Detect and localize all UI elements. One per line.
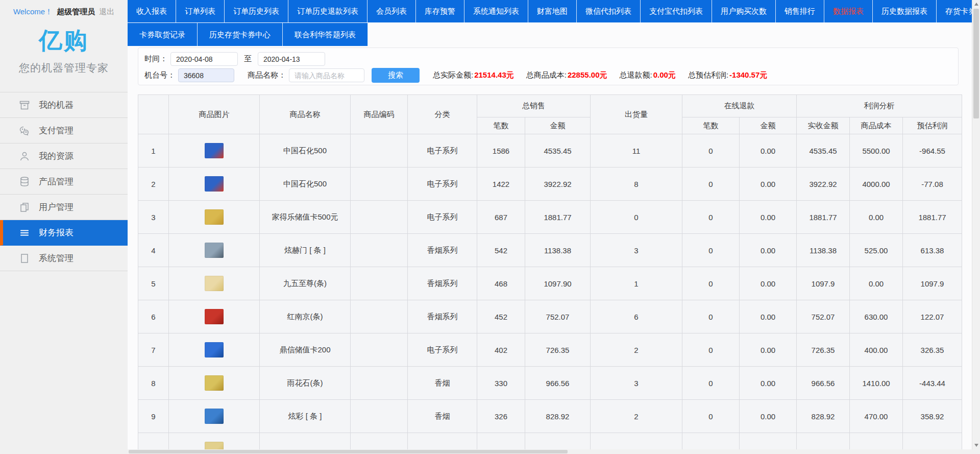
machine-icon (18, 99, 31, 111)
cell-name: 中国石化500 (260, 168, 351, 201)
nav-tab-5[interactable]: 库存预警 (416, 0, 464, 22)
machine-number-input[interactable] (178, 68, 234, 82)
logout-link[interactable]: 退出 (99, 7, 114, 16)
col-header-category: 分类 (408, 95, 477, 134)
cell-sales_amount: 828.92 (525, 400, 591, 433)
product-image (205, 375, 224, 391)
subnav-tab-2[interactable]: 联合利华答题列表 (283, 23, 368, 46)
top-navigation: 收入报表订单列表订单历史列表订单历史退款列表会员列表库存预警系统通知列表财富地图… (128, 0, 972, 46)
nav-tab-8[interactable]: 微信代扣列表 (577, 0, 641, 22)
cell-sales_amount (525, 433, 591, 450)
primary-tabs: 收入报表订单列表订单历史列表订单历史退款列表会员列表库存预警系统通知列表财富地图… (128, 0, 980, 22)
cell-cost (850, 433, 903, 450)
cell-refund_amount: 0.00 (740, 234, 797, 267)
nav-tab-4[interactable]: 会员列表 (368, 0, 416, 22)
cell-profit: 358.92 (903, 400, 962, 433)
sidebar-item-1[interactable]: 支付管理 (0, 118, 128, 144)
cell-cost: 470.00 (850, 400, 903, 433)
cell-sales_amount: 1881.77 (525, 201, 591, 234)
cell-profit: 326.35 (903, 333, 962, 367)
nav-tab-1[interactable]: 订单列表 (176, 0, 225, 22)
sidebar-item-4[interactable]: 用户管理 (0, 195, 128, 220)
cell-received: 752.07 (797, 300, 850, 333)
sidebar-item-6[interactable]: 系统管理 (0, 246, 128, 271)
cell-code (351, 333, 408, 367)
subnav-tab-1[interactable]: 历史存货卡券中心 (198, 23, 283, 46)
cell-code (351, 201, 408, 234)
vertical-scrollbar[interactable] (972, 0, 980, 449)
horizontal-scrollbar[interactable] (128, 449, 972, 454)
nav-tab-11[interactable]: 销售排行 (776, 0, 824, 22)
horizontal-scroll-thumb[interactable] (129, 450, 568, 453)
nav-tab-7[interactable]: 财富地图 (528, 0, 577, 22)
scroll-up-button[interactable] (972, 0, 980, 8)
sidebar-item-label: 我的机器 (39, 99, 74, 111)
cell-sales_count: 687 (477, 201, 525, 234)
cell-refund_count: 0 (682, 201, 740, 234)
cell-refund_count: 0 (682, 367, 740, 400)
table-row: 5九五至尊(条)香烟系列4681097.90100.001097.90.0010… (138, 267, 962, 300)
cell-profit: -77.08 (903, 168, 962, 201)
cell-img (169, 300, 260, 333)
cell-name: 红南京(条) (260, 300, 351, 333)
cell-refund_amount: 0.00 (740, 168, 797, 201)
current-user-link[interactable]: 超级管理员 (57, 7, 95, 16)
table-row: 1中国石化500电子系列15864535.451100.004535.45550… (138, 134, 962, 168)
nav-tab-12[interactable]: 数据报表 (824, 0, 873, 22)
cell-shipment: 2 (591, 400, 682, 433)
cell-cost: 1410.00 (850, 367, 903, 400)
nav-tab-9[interactable]: 支付宝代扣列表 (641, 0, 712, 22)
cell-category: 香烟系列 (408, 267, 477, 300)
cell-index: 9 (138, 400, 169, 433)
col-header-name: 商品名称 (260, 95, 351, 134)
cell-cost: 0.00 (850, 201, 903, 234)
cell-img (169, 400, 260, 433)
cell-refund_count: 0 (682, 134, 740, 168)
stat-value: -1340.57元 (729, 70, 767, 79)
subnav-tab-0[interactable]: 卡券取货记录 (128, 23, 198, 46)
scrollbar-corner (972, 449, 980, 454)
sidebar-item-label: 系统管理 (39, 252, 74, 264)
cell-refund_amount: 0.00 (740, 333, 797, 367)
cell-sales_count: 542 (477, 234, 525, 267)
database-icon (18, 176, 31, 188)
cell-category: 香烟 (408, 367, 477, 400)
arrow-down-icon (974, 444, 978, 447)
scroll-down-button[interactable] (972, 441, 980, 449)
nav-tab-2[interactable]: 订单历史列表 (225, 0, 288, 22)
nav-tab-3[interactable]: 订单历史退款列表 (288, 0, 368, 22)
product-image (205, 409, 224, 424)
user-icon (18, 150, 31, 162)
sidebar-item-0[interactable]: 我的机器 (0, 92, 128, 118)
stat-label: 总退款额: (620, 70, 652, 79)
sidebar-item-2[interactable]: 我的资源 (0, 144, 128, 169)
product-image (205, 276, 224, 291)
nav-tab-13[interactable]: 历史数据报表 (873, 0, 937, 22)
cell-code (351, 134, 408, 168)
cell-refund_amount: 0.00 (740, 300, 797, 333)
cell-shipment: 11 (591, 134, 682, 168)
group-header: 总销售 (477, 95, 591, 117)
cell-sales_count (477, 433, 525, 450)
cell-code (351, 234, 408, 267)
cell-profit: 1097.9 (903, 267, 962, 300)
cell-refund_count: 0 (682, 333, 740, 367)
report-table: 商品图片商品名称商品编码分类总销售出货量在线退款利润分析笔数金额笔数金额实收金额… (138, 94, 962, 449)
nav-tab-6[interactable]: 系统通知列表 (464, 0, 528, 22)
nav-tab-10[interactable]: 用户购买次数 (712, 0, 776, 22)
cell-sales_amount: 4535.45 (525, 134, 591, 168)
date-to-input[interactable] (258, 52, 325, 66)
cell-received: 4535.45 (797, 134, 850, 168)
search-button[interactable]: 搜索 (372, 68, 420, 83)
sidebar-item-5[interactable]: 财务报表 (0, 220, 128, 246)
cell-code (351, 433, 408, 450)
product-name-input[interactable] (289, 68, 364, 82)
sidebar-item-3[interactable]: 产品管理 (0, 169, 128, 195)
vertical-scroll-thumb[interactable] (973, 9, 979, 118)
date-from-input[interactable] (170, 52, 238, 66)
cell-refund_amount: 0.00 (740, 400, 797, 433)
cell-img (169, 234, 260, 267)
nav-tab-0[interactable]: 收入报表 (128, 0, 176, 22)
cell-cost: 630.00 (850, 300, 903, 333)
stat-value: 0.00元 (653, 70, 676, 79)
